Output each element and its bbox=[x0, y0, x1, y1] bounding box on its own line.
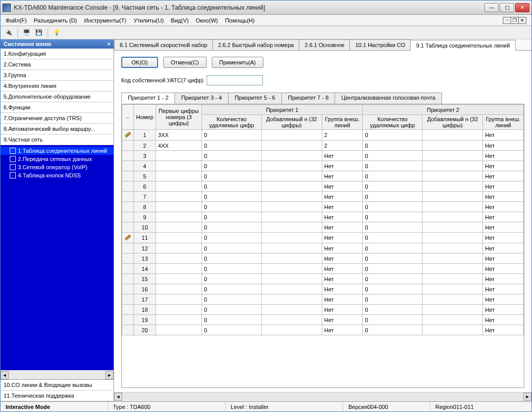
cell-p2-add[interactable] bbox=[423, 222, 483, 233]
edit-cell[interactable] bbox=[122, 130, 134, 141]
top-tab[interactable]: 9.1 Таблица соединительных линий bbox=[410, 40, 515, 51]
menu-tools[interactable]: Инструменты(T) bbox=[84, 17, 127, 24]
edit-cell[interactable] bbox=[122, 284, 134, 294]
cell-p1-add[interactable] bbox=[261, 130, 322, 141]
edit-cell[interactable] bbox=[122, 202, 134, 212]
cell-p1-grp[interactable]: 2 bbox=[322, 130, 363, 141]
cell-p1-add[interactable] bbox=[261, 284, 322, 294]
cell-p2-grp[interactable]: Нет bbox=[483, 192, 524, 202]
top-tab[interactable]: 2.6.1 Основное bbox=[299, 39, 350, 50]
cell-p1-grp[interactable]: Нет bbox=[322, 151, 363, 161]
cell-p1-del[interactable]: 0 bbox=[202, 212, 261, 222]
cell-p2-del[interactable]: 0 bbox=[363, 192, 423, 202]
cell-p1-del[interactable]: 0 bbox=[202, 305, 261, 315]
cell-p1-add[interactable] bbox=[261, 171, 322, 181]
sidebar-scrollbar[interactable]: ◄ ► bbox=[1, 370, 114, 379]
cell-first[interactable] bbox=[156, 181, 202, 192]
cell-p2-grp[interactable]: Нет bbox=[483, 264, 524, 274]
cell-p2-grp[interactable]: Нет bbox=[483, 243, 524, 254]
sidebar-item[interactable]: 4.Внутренняя линия bbox=[1, 81, 114, 91]
cell-p1-del[interactable]: 0 bbox=[202, 141, 261, 151]
cell-p2-grp[interactable]: Нет bbox=[483, 151, 524, 161]
cell-p1-grp[interactable]: 2 bbox=[322, 141, 363, 151]
cell-first[interactable]: 4XX bbox=[156, 141, 202, 151]
cell-p2-del[interactable]: 0 bbox=[363, 274, 423, 284]
sidebar-item[interactable]: 11.Техническая поддержка bbox=[1, 391, 114, 401]
cell-first[interactable] bbox=[156, 202, 202, 212]
cell-p2-del[interactable]: 0 bbox=[363, 315, 423, 325]
sidebar-sub-item[interactable]: ∙3.Сетевой оператор (VoIP) bbox=[1, 163, 114, 171]
edit-cell[interactable] bbox=[122, 254, 134, 264]
cell-p2-del[interactable]: 0 bbox=[363, 202, 423, 212]
cell-p1-del[interactable]: 0 bbox=[202, 233, 261, 243]
edit-cell[interactable] bbox=[122, 325, 134, 335]
cell-p1-add[interactable] bbox=[261, 212, 322, 222]
top-tab[interactable]: 2.6.2 Быстрый набор номера bbox=[212, 39, 299, 50]
cell-p2-add[interactable] bbox=[423, 171, 483, 181]
cell-p2-grp[interactable]: Нет bbox=[483, 171, 524, 181]
cell-p1-del[interactable]: 0 bbox=[202, 284, 261, 294]
cell-p1-del[interactable]: 0 bbox=[202, 202, 261, 212]
cell-p2-grp[interactable]: Нет bbox=[483, 294, 524, 305]
cell-p1-del[interactable]: 0 bbox=[202, 161, 261, 171]
cell-p1-del[interactable]: 0 bbox=[202, 222, 261, 233]
cell-p2-grp[interactable]: Нет bbox=[483, 222, 524, 233]
edit-cell[interactable] bbox=[122, 264, 134, 274]
cell-p1-add[interactable] bbox=[261, 315, 322, 325]
cell-p2-add[interactable] bbox=[423, 325, 483, 335]
cell-p1-del[interactable]: 0 bbox=[202, 181, 261, 192]
mdi-minimize[interactable]: － bbox=[503, 17, 511, 24]
table-scroll[interactable]: - Номер Первые цифры номера (3 цифры) Пр… bbox=[122, 104, 524, 387]
cell-first[interactable] bbox=[156, 233, 202, 243]
cell-p2-add[interactable] bbox=[423, 181, 483, 192]
edit-cell[interactable] bbox=[122, 294, 134, 305]
cell-p1-add[interactable] bbox=[261, 151, 322, 161]
cell-p2-del[interactable]: 0 bbox=[363, 284, 423, 294]
tool-connect-icon[interactable]: 🔌 bbox=[4, 28, 14, 38]
cell-p2-grp[interactable]: Нет bbox=[483, 212, 524, 222]
edit-cell[interactable] bbox=[122, 141, 134, 151]
cell-p2-grp[interactable]: Нет bbox=[483, 274, 524, 284]
cell-p1-grp[interactable]: Нет bbox=[322, 294, 363, 305]
edit-cell[interactable] bbox=[122, 181, 134, 192]
edit-cell[interactable] bbox=[122, 192, 134, 202]
close-button[interactable]: ✕ bbox=[515, 3, 529, 12]
cell-p1-add[interactable] bbox=[261, 233, 322, 243]
cell-first[interactable] bbox=[156, 264, 202, 274]
tool-screen-icon[interactable]: 🖥️ bbox=[21, 28, 32, 38]
cell-p2-add[interactable] bbox=[423, 294, 483, 305]
cell-p2-add[interactable] bbox=[423, 161, 483, 171]
cell-p1-add[interactable] bbox=[261, 294, 322, 305]
cell-p2-grp[interactable]: Нет bbox=[483, 161, 524, 171]
cell-first[interactable] bbox=[156, 284, 202, 294]
cell-first[interactable] bbox=[156, 222, 202, 233]
cancel-button[interactable]: Отмена(C) bbox=[163, 57, 207, 68]
sidebar-sub-item[interactable]: ∙1.Таблица соединительных линий bbox=[1, 147, 114, 155]
sidebar-item[interactable]: 5.Дополнительное оборудование bbox=[1, 91, 114, 102]
cell-p2-del[interactable]: 0 bbox=[363, 171, 423, 181]
cell-p2-del[interactable]: 0 bbox=[363, 130, 423, 141]
cell-p2-del[interactable]: 0 bbox=[363, 161, 423, 171]
edit-cell[interactable] bbox=[122, 151, 134, 161]
priority-tab[interactable]: Приоритет 3 - 4 bbox=[174, 93, 228, 104]
cell-p1-grp[interactable]: Нет bbox=[322, 161, 363, 171]
cell-first[interactable] bbox=[156, 254, 202, 264]
cell-p2-add[interactable] bbox=[423, 202, 483, 212]
cell-p2-del[interactable]: 0 bbox=[363, 212, 423, 222]
cell-p1-grp[interactable]: Нет bbox=[322, 171, 363, 181]
cell-first[interactable] bbox=[156, 274, 202, 284]
scroll-left-icon[interactable]: ◄ bbox=[1, 371, 9, 379]
tool-help-icon[interactable]: 💡 bbox=[52, 28, 62, 38]
cell-first[interactable] bbox=[156, 151, 202, 161]
sidebar-item[interactable]: 10.CO линии & Входящие вызовы bbox=[1, 380, 114, 391]
cell-p2-grp[interactable]: Нет bbox=[483, 325, 524, 335]
cell-p2-grp[interactable]: Нет bbox=[483, 141, 524, 151]
cell-p2-del[interactable]: 0 bbox=[363, 254, 423, 264]
cell-first[interactable] bbox=[156, 212, 202, 222]
cell-p1-del[interactable]: 0 bbox=[202, 192, 261, 202]
cell-p1-grp[interactable]: Нет bbox=[322, 254, 363, 264]
cell-p2-add[interactable] bbox=[423, 284, 483, 294]
mdi-restore[interactable]: ❐ bbox=[511, 17, 519, 24]
cell-p1-del[interactable]: 0 bbox=[202, 243, 261, 254]
cell-p2-add[interactable] bbox=[423, 151, 483, 161]
